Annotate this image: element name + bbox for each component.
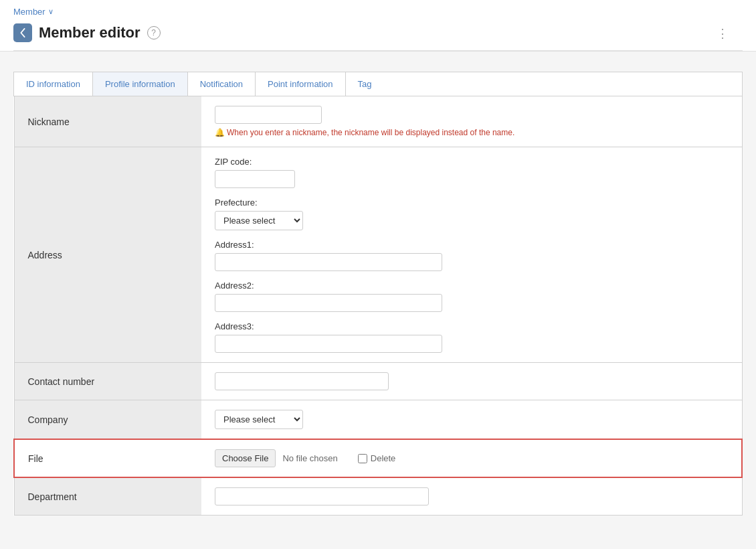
zip-section: ZIP code: — [215, 157, 729, 188]
back-arrow-icon — [18, 28, 27, 37]
tab-bar: ID information Profile information Notif… — [13, 72, 743, 96]
help-icon[interactable]: ? — [147, 26, 161, 40]
address2-label: Address2: — [215, 281, 729, 291]
breadcrumb-label: Member — [13, 7, 45, 17]
nickname-label: Nickname — [14, 96, 201, 147]
tab-id-information[interactable]: ID information — [14, 72, 93, 96]
address3-section: Address3: — [215, 321, 729, 353]
file-row: File Choose File No file chosen Delete — [14, 439, 742, 477]
chevron-down-icon: ∨ — [48, 7, 54, 16]
address-section: ZIP code: Prefecture: Please select Toky… — [215, 157, 729, 353]
contact-value-cell — [201, 363, 742, 400]
department-row: Department — [14, 477, 742, 516]
address1-label: Address1: — [215, 240, 729, 250]
prefecture-section: Prefecture: Please select Tokyo Osaka Ky… — [215, 198, 729, 230]
address3-label: Address3: — [215, 321, 729, 331]
zip-input[interactable] — [215, 170, 295, 188]
file-value-cell: Choose File No file chosen Delete — [201, 439, 742, 477]
company-label: Company — [14, 400, 201, 440]
department-value-cell — [201, 477, 742, 516]
company-row: Company Please select — [14, 400, 742, 440]
breadcrumb[interactable]: Member ∨ — [13, 0, 743, 17]
address1-section: Address1: — [215, 240, 729, 271]
address2-section: Address2: — [215, 281, 729, 312]
file-label: File — [14, 439, 201, 477]
delete-section: Delete — [358, 453, 396, 463]
prefecture-label: Prefecture: — [215, 198, 729, 208]
nickname-value-cell: 🔔 When you enter a nickname, the nicknam… — [201, 96, 742, 147]
delete-label: Delete — [371, 453, 396, 463]
tab-point-information[interactable]: Point information — [256, 72, 346, 96]
form-table: Nickname 🔔 When you enter a nickname, th… — [13, 96, 743, 516]
tab-profile-information[interactable]: Profile information — [93, 72, 188, 96]
file-section: Choose File No file chosen Delete — [215, 449, 728, 467]
back-button[interactable] — [13, 23, 32, 42]
nickname-hint-text: When you enter a nickname, the nickname … — [227, 128, 514, 137]
contact-row: Contact number — [14, 363, 742, 400]
company-select[interactable]: Please select — [215, 410, 303, 429]
address3-input[interactable] — [215, 335, 442, 353]
more-options-icon[interactable]: ⋮ — [717, 26, 729, 41]
address1-input[interactable] — [215, 253, 442, 271]
company-value-cell: Please select — [201, 400, 742, 440]
zip-label: ZIP code: — [215, 157, 729, 167]
page-title: Member editor — [39, 24, 140, 42]
contact-label: Contact number — [14, 363, 201, 400]
tab-notification[interactable]: Notification — [188, 72, 256, 96]
nickname-input[interactable] — [215, 106, 322, 124]
choose-file-button[interactable]: Choose File — [215, 449, 276, 467]
prefecture-select[interactable]: Please select Tokyo Osaka Kyoto Hokkaido… — [215, 211, 303, 230]
tab-tag[interactable]: Tag — [346, 72, 384, 96]
contact-input[interactable] — [215, 372, 389, 390]
department-input[interactable] — [215, 487, 429, 505]
department-label: Department — [14, 477, 201, 516]
address-label: Address — [14, 147, 201, 363]
nickname-row: Nickname 🔔 When you enter a nickname, th… — [14, 96, 742, 147]
address2-input[interactable] — [215, 294, 442, 312]
nickname-hint: 🔔 When you enter a nickname, the nicknam… — [215, 128, 729, 137]
address-row: Address ZIP code: Prefecture: Please sel… — [14, 147, 742, 363]
no-file-text: No file chosen — [282, 453, 337, 463]
hint-icon: 🔔 — [215, 128, 225, 137]
address-value-cell: ZIP code: Prefecture: Please select Toky… — [201, 147, 742, 363]
delete-checkbox[interactable] — [358, 454, 367, 463]
